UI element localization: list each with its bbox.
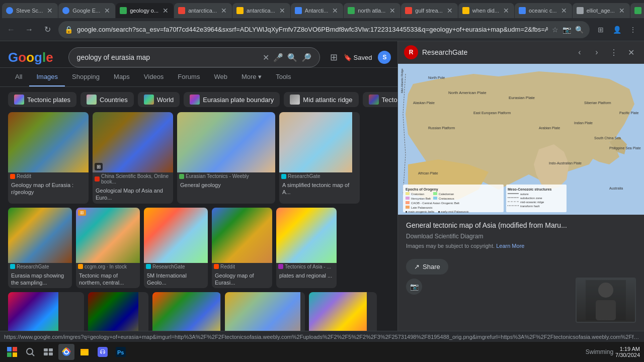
image-item-2[interactable]: ⊞ China Scientific Books, Online book...… xyxy=(93,112,173,204)
tab-close-when[interactable]: ✕ xyxy=(502,7,510,15)
image-item-3[interactable]: Eurasian Tectonics - Weebly General geol… xyxy=(177,112,275,204)
extensions-button[interactable]: ⊞ xyxy=(594,23,608,37)
bookmark-icon[interactable]: ☆ xyxy=(552,26,558,34)
image-item-8[interactable]: Reddit Geology map of Eurasi... xyxy=(212,208,272,289)
tab-close-elliot[interactable]: ✕ xyxy=(618,7,626,15)
tab-forums[interactable]: Forums xyxy=(171,68,207,86)
svg-text:Cretaceous: Cretaceous xyxy=(439,197,454,200)
chip-mid-atlantic[interactable]: Mid atlantic ridge xyxy=(284,92,358,107)
share-button[interactable]: ↗ Share xyxy=(406,259,448,275)
chip-thumb-world xyxy=(144,95,154,105)
tab-geology[interactable]: geology o... ✕ xyxy=(116,3,174,18)
discord-icon xyxy=(98,347,108,357)
learn-more-link[interactable]: Learn More xyxy=(496,243,524,249)
tab-more[interactable]: More ▾ xyxy=(234,68,269,86)
chip-label-eurasian: Eurasian plate boundary xyxy=(203,96,274,104)
apps-button[interactable]: ⊞ xyxy=(330,52,338,63)
image-item-7[interactable]: ResearchGate 5M International Geolo... xyxy=(144,208,208,289)
taskbar-photoshop[interactable]: Ps xyxy=(113,344,129,360)
image-item-6[interactable]: ⊞ ccgm.org · In stock Tectonic map of no… xyxy=(76,208,140,289)
tab-intro[interactable]: Introduct... ✕ xyxy=(630,3,644,18)
image-item-1[interactable]: Reddit Geology map of Eurasia : r/geolog… xyxy=(8,112,89,204)
tab-close-ant1[interactable]: ✕ xyxy=(220,7,228,15)
url-input[interactable] xyxy=(77,26,548,33)
image-item-12[interactable]: Wikipedia Eurasian Plate - Wikipe... xyxy=(152,292,221,331)
tab-close-north[interactable]: ✕ xyxy=(388,7,396,15)
tab-elliot[interactable]: elliot_age... ✕ xyxy=(573,3,630,18)
tab-oceanic[interactable]: oceanic c... ✕ xyxy=(515,3,572,18)
image-item-5[interactable]: ResearchGate Eurasia map showing the sam… xyxy=(8,208,72,289)
menu-button[interactable]: ⋮ xyxy=(626,23,640,37)
panel-prev-button[interactable]: ‹ xyxy=(573,45,587,59)
back-button[interactable]: ← xyxy=(4,23,18,37)
chip-world[interactable]: World xyxy=(138,92,180,107)
image-item-13[interactable]: Flickr The Regal Geological Geolo... xyxy=(225,292,305,331)
taskbar-start[interactable] xyxy=(4,344,20,360)
map-svg: North American Plate Eurasian Plate Arab… xyxy=(398,64,644,215)
tab-close-steve[interactable]: ✕ xyxy=(46,7,54,15)
profile-button[interactable]: 👤 xyxy=(610,23,624,37)
image-item-14[interactable]: ResearchGate Geological map of Sout... xyxy=(309,292,377,331)
svg-rect-55 xyxy=(49,352,53,355)
tab-gulf[interactable]: gulf strea... ✕ xyxy=(401,3,457,18)
taskbar-task-view[interactable] xyxy=(40,344,56,360)
image-item-4[interactable]: ResearchGate A simplified tectonic map o… xyxy=(279,112,360,204)
tab-close-gulf[interactable]: ✕ xyxy=(446,7,454,15)
tab-close-geology[interactable]: ✕ xyxy=(162,7,170,15)
tab-web[interactable]: Web xyxy=(207,68,234,86)
svg-text:Philippine Sea Plate: Philippine Sea Plate xyxy=(609,146,641,150)
forward-button[interactable]: → xyxy=(22,23,36,37)
panel-more-button[interactable]: ⋮ xyxy=(607,45,621,59)
lens-icon[interactable]: 🔍 xyxy=(287,53,297,62)
tab-close-ant2[interactable]: ✕ xyxy=(278,7,286,15)
svg-rect-60 xyxy=(80,350,89,355)
camera-search-button[interactable]: 📷 xyxy=(406,279,422,295)
tab-images[interactable]: Images xyxy=(29,68,65,86)
tab-close-oceanic[interactable]: ✕ xyxy=(560,7,568,15)
search-icon[interactable]: 🔍 xyxy=(575,26,584,34)
taskbar-discord[interactable] xyxy=(95,344,111,360)
saved-icon: 🔖 xyxy=(344,54,352,61)
main-search-input[interactable] xyxy=(77,53,258,61)
tab-maps[interactable]: Maps xyxy=(107,68,137,86)
taskbar-chrome[interactable] xyxy=(58,344,74,360)
tab-videos[interactable]: Videos xyxy=(137,68,171,86)
image-item-9[interactable]: Tectonics of Asia - ... plates and regio… xyxy=(276,208,337,289)
mic-icon[interactable]: 🎤 xyxy=(273,53,283,62)
reload-button[interactable]: ↻ xyxy=(40,23,54,37)
svg-rect-45 xyxy=(586,280,626,320)
tab-when[interactable]: when did... ✕ xyxy=(458,3,514,18)
tab-steve[interactable]: Steve Sc... ✕ xyxy=(2,3,58,18)
tab-label-elliot: elliot_age... xyxy=(587,8,615,14)
camera-icon[interactable]: 📷 xyxy=(562,26,571,34)
panel-next-button[interactable]: › xyxy=(590,45,604,59)
taskbar-clock: 1:19 AM 7/30/2024 xyxy=(615,346,640,358)
swimming-label: Swimming xyxy=(586,348,613,355)
tab-north[interactable]: north atla... ✕ xyxy=(344,3,400,18)
panel-close-button[interactable]: ✕ xyxy=(624,45,638,59)
chip-eurasian[interactable]: Eurasian plate boundary xyxy=(184,92,280,107)
chip-tectonic-plates[interactable]: Tectonic plates xyxy=(8,92,76,107)
tab-ant3[interactable]: Antarcti... ✕ xyxy=(291,3,343,18)
tab-google-e[interactable]: Google E... ✕ xyxy=(58,3,115,18)
tab-label-when: when did... xyxy=(472,8,499,14)
taskbar-files[interactable] xyxy=(76,344,93,360)
tab-all[interactable]: All xyxy=(8,68,29,86)
saved-button[interactable]: 🔖 Saved xyxy=(344,54,372,61)
taskbar-search[interactable] xyxy=(22,344,38,360)
tab-ant2[interactable]: antarctica... ✕ xyxy=(232,3,290,18)
tab-tools[interactable]: Tools xyxy=(269,68,298,86)
tab-close-ant3[interactable]: ✕ xyxy=(331,7,339,15)
chip-tectonic-map[interactable]: Tectonic map xyxy=(363,92,397,107)
search-tabs: All Images Shopping Maps Videos Forums W… xyxy=(0,68,397,87)
image-item-11[interactable]: www.gsj.jp Geological Survey p... xyxy=(88,292,148,331)
main-search-bar: ✕ 🎤 🔍 🔎 xyxy=(68,47,320,67)
tab-shopping[interactable]: Shopping xyxy=(65,68,107,86)
search-submit-icon[interactable]: 🔎 xyxy=(301,53,311,62)
image-item-10[interactable]: ResearchGate Study area map of Eurasia..… xyxy=(8,292,84,331)
clear-search-icon[interactable]: ✕ xyxy=(263,53,269,62)
user-avatar[interactable]: S xyxy=(378,51,391,64)
chip-countries[interactable]: Countries xyxy=(80,92,134,107)
tab-close-ge[interactable]: ✕ xyxy=(103,7,111,15)
tab-ant1[interactable]: antarctica... ✕ xyxy=(174,3,232,18)
